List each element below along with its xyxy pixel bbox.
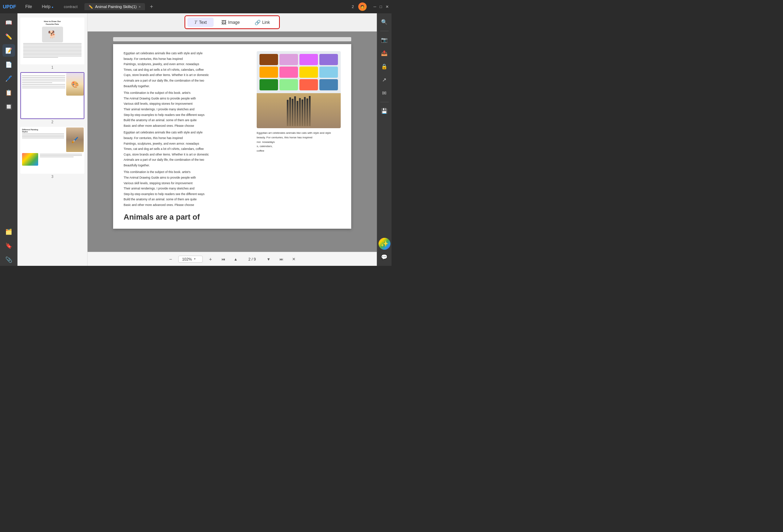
share-icon[interactable]: ↗ [379, 74, 390, 86]
mail-icon[interactable]: ✉ [379, 87, 390, 99]
thumb3-num: 3 [20, 175, 84, 179]
tab-active-label: Animal Painting Skills(1) [95, 5, 137, 9]
save-icon[interactable]: 💾 [379, 105, 390, 117]
para-17: Paintings, sculptures, jewelry, and even… [124, 141, 251, 146]
para-23: The Animal Drawing Guide aims to provide… [124, 175, 251, 180]
zoom-in-btn[interactable]: + [206, 254, 215, 264]
ai-icon[interactable]: ✨ [379, 238, 390, 250]
tab-close-btn[interactable]: × [139, 5, 141, 9]
page-nav-display: 2 / 9 [243, 257, 261, 261]
image-btn-label: Image [228, 20, 240, 25]
para-6: Animals are a part of our daily life, th… [124, 78, 251, 83]
thumb3-subtitle: Different PaintingStyles [22, 129, 64, 133]
close-nav-btn[interactable]: ✕ [289, 254, 299, 264]
file-menu[interactable]: File [22, 3, 35, 11]
sidebar-icon-annotate[interactable]: 🖊️ [2, 72, 15, 85]
para-28: Basic and other more advanced ones. Plea… [124, 203, 251, 208]
zoom-chevron-icon: ▼ [193, 257, 196, 261]
page-num-indicator[interactable]: 2 [352, 5, 354, 9]
rs-divider-2 [380, 102, 389, 102]
para-16: beauty. For centuries, this horse has in… [124, 136, 251, 141]
image-icon: 🖼 [221, 20, 226, 25]
sidebar-icon-clip[interactable]: 📎 [2, 253, 15, 266]
minimize-btn[interactable]: ─ [374, 5, 376, 9]
para-11: Their animal renderings. I provide many … [124, 107, 251, 112]
avatar[interactable]: 🧑 [358, 2, 367, 11]
sidebar-icon-form[interactable]: 📋 [2, 86, 15, 99]
image-caption: Egyptian art celebrates animals like cat… [257, 131, 341, 153]
thumb1-dog-image: 🐕 [42, 27, 63, 42]
edit-toolbar: 𝑇 Text 🖼 Image 🔗 Link [88, 13, 377, 32]
last-page-btn[interactable]: ⏭ [276, 254, 286, 264]
link-edit-btn[interactable]: 🔗 Link [248, 18, 277, 27]
bottom-toolbar: − 102% ▼ + ⏮ ▲ 2 / 9 ▼ ⏭ ✕ [88, 252, 377, 266]
sidebar-icon-bookmark[interactable]: 🔖 [2, 239, 15, 252]
chat-icon[interactable]: 💬 [379, 251, 390, 263]
content-area: 𝑇 Text 🖼 Image 🔗 Link [88, 13, 377, 266]
thumb2-num: 2 [20, 120, 84, 124]
sidebar-icon-pages[interactable]: 📄 [2, 58, 15, 71]
sidebar-icon-editdoc[interactable]: 📝 [2, 44, 15, 57]
para-5: Cups, store brands and other items. Whet… [124, 73, 251, 78]
sidebar-icon-book[interactable]: 📖 [2, 16, 15, 29]
para-3: Paintings, sculptures, jewelry, and even… [124, 62, 251, 67]
para-14: Basic and other more advanced ones. Plea… [124, 124, 251, 129]
search-icon[interactable]: 🔍 [379, 16, 390, 28]
pdf-viewer[interactable]: Egyptian art celebrates animals like cat… [88, 32, 377, 252]
help-menu[interactable]: Help ● [38, 3, 57, 11]
sidebar-icon-edit[interactable]: ✏️ [2, 30, 15, 43]
para-27: Build the anatomy of an animal. some of … [124, 197, 251, 202]
maximize-btn[interactable]: □ [380, 5, 382, 9]
para-4: Times, cat and dog art sells a lot of t-… [124, 68, 251, 72]
main-layout: 📖 ✏️ 📝 📄 🖊️ 📋 🔲 🗂️ 🔖 📎 How to Draw OurFa… [0, 13, 392, 266]
thumb1-text-lines [21, 43, 84, 58]
export-icon[interactable]: 📤 [379, 47, 390, 59]
title-bar-right: 2 🧑 ─ □ ✕ [352, 2, 389, 11]
para-8: This combination is the subject of this … [124, 91, 251, 96]
title-bar: UPDF File Help ● contract ✏️ Animal Pain… [0, 0, 392, 13]
sidebar-icon-layers-bottom[interactable]: 🗂️ [2, 225, 15, 238]
para-9: The Animal Drawing Guide aims to provide… [124, 96, 251, 101]
close-btn[interactable]: ✕ [386, 5, 389, 9]
image-edit-btn[interactable]: 🖼 Image [214, 18, 247, 27]
para-12: Step-by-step examples to help readers se… [124, 113, 251, 118]
zoom-level: 102% [182, 257, 192, 261]
tab-contract[interactable]: contract [60, 3, 82, 10]
first-page-btn[interactable]: ⏮ [218, 254, 228, 264]
text-edit-btn[interactable]: 𝑇 Text [187, 18, 214, 27]
window-controls: ─ □ ✕ [374, 5, 389, 9]
thumbnail-page-1[interactable]: How to Draw OurFavorite Pets 🐕 1 [18, 16, 87, 71]
pdf-page-2: Egyptian art celebrates animals like cat… [113, 44, 351, 229]
thumbnail-panel: How to Draw OurFavorite Pets 🐕 1 [18, 13, 88, 266]
para-10: Various skill levels, stepping stones fo… [124, 102, 251, 106]
next-page-btn[interactable]: ▼ [264, 254, 273, 264]
page-content-row: Egyptian art celebrates animals like cat… [124, 51, 341, 208]
para-15: Egyptian art celebrates animals like cat… [124, 130, 251, 135]
para-18: Times, cat and dog art sells a lot of t-… [124, 147, 251, 152]
thumb1-title: How to Draw OurFavorite Pets [21, 18, 84, 26]
paint-palette-image [257, 51, 341, 128]
edit-toolbar-inner: 𝑇 Text 🖼 Image 🔗 Link [185, 15, 279, 29]
thumbnail-page-3[interactable]: Different PaintingStyles 🖌️ [18, 125, 87, 180]
zoom-out-btn[interactable]: − [166, 254, 175, 264]
tab-edit-icon: ✏️ [89, 5, 93, 9]
para-24: Various skill levels, stepping stones fo… [124, 181, 251, 186]
protect-icon[interactable]: 🔒 [379, 61, 390, 72]
left-sidebar: 📖 ✏️ 📝 📄 🖊️ 📋 🔲 🗂️ 🔖 📎 [0, 13, 18, 266]
para-22: This combination is the subject of this … [124, 170, 251, 175]
tab-active[interactable]: ✏️ Animal Painting Skills(1) × [84, 3, 145, 10]
thumb1-num: 1 [20, 65, 84, 69]
para-1: Egyptian art celebrates animals like cat… [124, 51, 251, 56]
text-icon: 𝑇 [194, 19, 197, 25]
rs-bottom: ✨ 💬 [379, 238, 390, 266]
zoom-display[interactable]: 102% ▼ [178, 256, 203, 263]
right-sidebar: 🔍 📷 📤 🔒 ↗ ✉ 💾 ✨ 💬 [377, 13, 392, 266]
tab-add-btn[interactable]: + [148, 4, 155, 10]
ocr-icon[interactable]: 📷 [379, 34, 390, 46]
para-19: Cups, store brands and other items. Whet… [124, 152, 251, 157]
thumbnail-page-2[interactable]: 🎨 Animals are a part of [18, 71, 87, 125]
page-top-strip [113, 37, 351, 41]
para-13: Build the anatomy of an animal. some of … [124, 118, 251, 123]
sidebar-icon-layers[interactable]: 🔲 [2, 100, 15, 113]
prev-page-btn[interactable]: ▲ [231, 254, 241, 264]
